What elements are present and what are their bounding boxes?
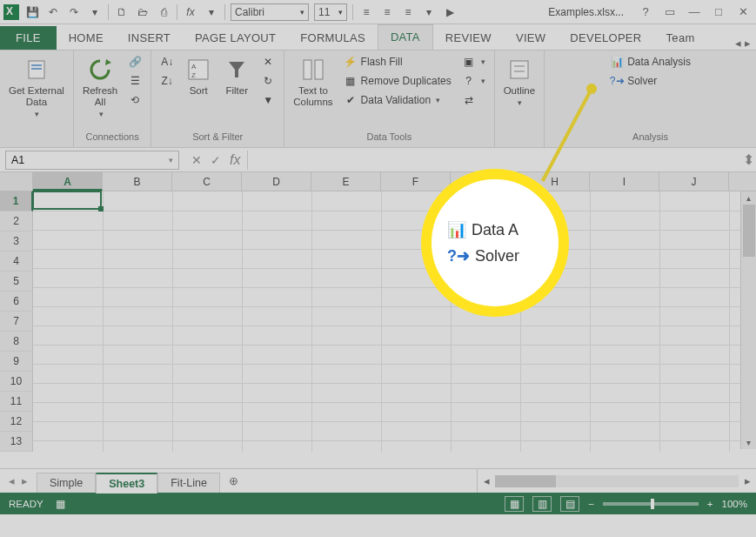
refresh-all-button[interactable]: Refresh All (81, 54, 119, 121)
cancel-formula-icon[interactable]: ✕ (191, 153, 202, 167)
tab-review[interactable]: REVIEW (433, 26, 504, 50)
fx-button[interactable]: fx (230, 152, 240, 168)
column-header[interactable]: C (172, 172, 242, 191)
column-header[interactable]: B (103, 172, 172, 191)
play-icon[interactable]: ▶ (442, 4, 458, 20)
filter-button[interactable]: Filter (221, 54, 252, 98)
zoom-level[interactable]: 100% (722, 499, 747, 509)
row-header[interactable]: 10 (0, 372, 33, 392)
undo-icon[interactable]: ↶ (45, 4, 61, 20)
text-to-columns-button[interactable]: Text to Columns (291, 54, 334, 110)
tab-insert[interactable]: INSERT (116, 26, 183, 50)
clear-filter-button[interactable]: ✕ (259, 54, 277, 70)
sort-button[interactable]: AZ Sort (183, 54, 214, 98)
row-header[interactable]: 3 (0, 232, 33, 252)
column-header[interactable]: E (311, 172, 381, 191)
new-icon[interactable]: 🗋 (114, 4, 130, 20)
row-header[interactable]: 4 (0, 252, 33, 272)
zoom-knob[interactable] (651, 499, 654, 509)
relationships-button[interactable]: ⇄ (460, 92, 487, 108)
outline-button[interactable]: Outline (502, 54, 537, 110)
column-header[interactable]: J (659, 172, 729, 191)
sort-desc-button[interactable]: Z↓ (158, 73, 176, 89)
maximize-button[interactable]: □ (709, 5, 728, 18)
row-header[interactable]: 7 (0, 312, 33, 332)
advanced-filter-button[interactable]: ▼ (259, 92, 277, 108)
column-header[interactable]: D (242, 172, 311, 191)
properties-button[interactable]: ☰ (126, 73, 144, 89)
select-all-corner[interactable] (0, 172, 33, 191)
horizontal-scrollbar[interactable]: ◂ ▸ (477, 469, 756, 493)
row-header[interactable]: 6 (0, 292, 33, 312)
tab-file[interactable]: FILE (0, 26, 57, 50)
page-layout-view-icon[interactable]: ▥ (532, 496, 552, 512)
page-break-view-icon[interactable]: ▤ (560, 496, 579, 512)
more-icon[interactable]: ▾ (421, 4, 437, 20)
remove-duplicates-button[interactable]: ▦Remove Duplicates (342, 73, 453, 89)
row-header[interactable]: 8 (0, 332, 33, 352)
connections-button[interactable]: 🔗 (126, 54, 144, 70)
align-center-icon[interactable]: ≡ (379, 4, 395, 20)
edit-links-button[interactable]: ⟲ (126, 92, 144, 108)
expand-formula-bar-icon[interactable]: ⬍ (740, 151, 756, 168)
row-header[interactable]: 5 (0, 272, 33, 292)
whatif-button[interactable]: ? (460, 73, 487, 89)
sheet-nav-prev-icon[interactable]: ◂ (9, 474, 15, 487)
tab-data[interactable]: DATA (378, 24, 433, 50)
scroll-right-icon[interactable]: ▸ (745, 37, 751, 50)
scroll-left-icon[interactable]: ◂ (735, 37, 741, 50)
active-cell[interactable] (32, 191, 102, 210)
print-icon[interactable]: ⎙ (156, 4, 171, 20)
column-header[interactable]: A (33, 172, 103, 191)
column-header[interactable]: F (381, 172, 451, 191)
tab-formulas[interactable]: FORMULAS (288, 26, 378, 50)
zoom-out-icon[interactable]: − (588, 499, 594, 509)
tab-view[interactable]: VIEW (504, 26, 558, 50)
scroll-left-icon[interactable]: ◂ (478, 474, 495, 487)
row-header[interactable]: 1 (0, 191, 33, 211)
tab-page-layout[interactable]: PAGE LAYOUT (183, 26, 288, 50)
tab-team[interactable]: Team (654, 26, 707, 50)
formula-bar[interactable] (247, 151, 740, 170)
save-icon[interactable]: 💾 (24, 4, 40, 20)
scrollbar-track[interactable] (495, 475, 739, 487)
scroll-down-icon[interactable]: ▾ (746, 436, 751, 449)
scrollbar-thumb[interactable] (495, 475, 556, 487)
fx-more-icon[interactable]: ▾ (204, 4, 219, 20)
ribbon-display-icon[interactable]: ▭ (660, 5, 679, 18)
accept-formula-icon[interactable]: ✓ (211, 153, 221, 167)
zoom-slider[interactable] (603, 502, 699, 506)
flash-fill-button[interactable]: ⚡Flash Fill (342, 54, 453, 70)
sheet-nav-next-icon[interactable]: ▸ (22, 474, 28, 487)
sheet-tab-sheet3[interactable]: Sheet3 (96, 473, 157, 493)
sheet-tab-fitline[interactable]: Fit-Line (157, 473, 220, 493)
font-name-selector[interactable]: Calibri▾ (231, 3, 309, 21)
tab-developer[interactable]: DEVELOPER (558, 26, 653, 50)
font-size-selector[interactable]: 11▾ (314, 3, 347, 21)
help-button[interactable]: ? (636, 5, 655, 18)
get-external-data-button[interactable]: Get External Data (7, 54, 66, 121)
cell-area[interactable] (33, 191, 756, 452)
normal-view-icon[interactable]: ▦ (505, 496, 524, 512)
sheet-tab-simple[interactable]: Simple (37, 473, 96, 493)
scrollbar-thumb[interactable] (743, 205, 755, 257)
minimize-button[interactable]: — (685, 5, 704, 18)
align-left-icon[interactable]: ≡ (358, 4, 374, 20)
name-box[interactable]: A1▾ (5, 151, 179, 170)
tab-home[interactable]: HOME (57, 26, 116, 50)
close-button[interactable]: ✕ (733, 5, 753, 18)
reapply-button[interactable]: ↻ (259, 73, 277, 89)
row-header[interactable]: 13 (0, 432, 33, 452)
fill-handle[interactable] (98, 206, 104, 211)
row-header[interactable]: 11 (0, 392, 33, 412)
consolidate-button[interactable]: ▣ (460, 54, 487, 70)
scroll-right-icon[interactable]: ▸ (739, 474, 756, 487)
zoom-in-icon[interactable]: + (707, 499, 713, 509)
row-header[interactable]: 9 (0, 352, 33, 372)
data-analysis-button[interactable]: 📊Data Analysis (608, 54, 692, 70)
qat-more-icon[interactable]: ▾ (87, 4, 103, 20)
solver-button[interactable]: ?➜Solver (608, 73, 692, 89)
macro-record-icon[interactable]: ▦ (56, 498, 65, 510)
open-icon[interactable]: 🗁 (135, 4, 151, 20)
data-validation-button[interactable]: ✔Data Validation (342, 92, 453, 108)
